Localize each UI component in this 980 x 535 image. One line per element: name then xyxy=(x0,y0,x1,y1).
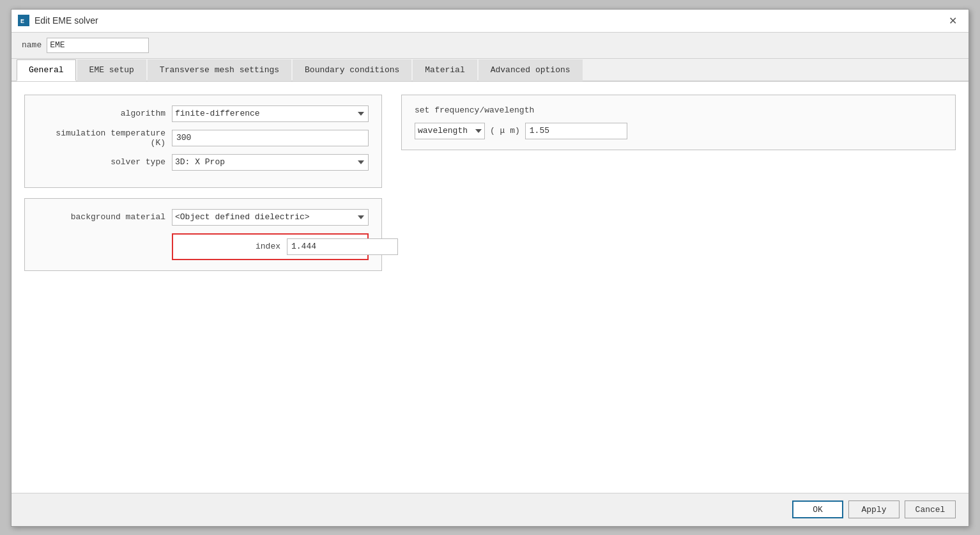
main-content: algorithm finite-difference semi-vectori… xyxy=(11,82,969,493)
name-row: name xyxy=(11,33,969,59)
app-icon: E xyxy=(18,15,29,26)
tabs-bar: General EME setup Transverse mesh settin… xyxy=(11,59,969,82)
apply-button[interactable]: Apply xyxy=(848,500,900,518)
background-row: background material <Object defined diel… xyxy=(38,209,369,226)
frequency-title: set frequency/wavelength xyxy=(415,105,942,115)
solver-settings-section: algorithm finite-difference semi-vectori… xyxy=(24,95,382,188)
main-window: E Edit EME solver ✕ name General EME set… xyxy=(11,9,969,527)
tab-general[interactable]: General xyxy=(17,59,76,81)
tab-boundary-conditions[interactable]: Boundary conditions xyxy=(293,59,411,81)
left-panel: algorithm finite-difference semi-vectori… xyxy=(24,95,382,480)
frequency-unit: ( μ m) xyxy=(490,126,520,136)
index-input[interactable] xyxy=(287,238,398,255)
temp-row: simulation temperature (K) xyxy=(38,128,369,148)
index-label: index xyxy=(178,242,287,251)
background-label: background material xyxy=(38,212,172,222)
name-input[interactable] xyxy=(47,38,149,53)
frequency-row: wavelength frequency ( μ m) xyxy=(415,123,942,139)
tab-transverse-mesh[interactable]: Transverse mesh settings xyxy=(148,59,291,81)
window-title: Edit EME solver xyxy=(34,15,98,26)
frequency-value-input[interactable] xyxy=(525,123,627,139)
solver-type-row: solver type 3D: X Prop 2D: X Prop xyxy=(38,154,369,171)
tab-advanced-options[interactable]: Advanced options xyxy=(479,59,583,81)
background-section: background material <Object defined diel… xyxy=(24,198,382,271)
title-bar-left: E Edit EME solver xyxy=(18,15,98,26)
solver-type-select[interactable]: 3D: X Prop 2D: X Prop xyxy=(172,154,369,171)
algorithm-select[interactable]: finite-difference semi-vectorial xyxy=(172,105,369,122)
close-button[interactable]: ✕ xyxy=(943,11,962,30)
algorithm-label: algorithm xyxy=(38,109,172,118)
cancel-button[interactable]: Cancel xyxy=(905,500,956,518)
temp-input[interactable] xyxy=(172,130,369,146)
svg-text:E: E xyxy=(20,18,24,24)
index-row: index xyxy=(172,233,369,260)
bottom-bar: OK Apply Cancel xyxy=(11,493,969,526)
temp-label: simulation temperature (K) xyxy=(38,128,172,148)
name-label: name xyxy=(22,40,42,50)
background-select[interactable]: <Object defined dielectric> air SiO2 xyxy=(172,209,369,226)
ok-button[interactable]: OK xyxy=(792,500,843,518)
solver-type-label: solver type xyxy=(38,157,172,167)
tab-material[interactable]: Material xyxy=(413,59,477,81)
frequency-section: set frequency/wavelength wavelength freq… xyxy=(401,95,956,150)
frequency-select[interactable]: wavelength frequency xyxy=(415,123,485,139)
index-container: index xyxy=(172,233,369,260)
algorithm-row: algorithm finite-difference semi-vectori… xyxy=(38,105,369,122)
title-bar: E Edit EME solver ✕ xyxy=(11,10,969,33)
right-panel: set frequency/wavelength wavelength freq… xyxy=(401,95,956,480)
tab-eme-setup[interactable]: EME setup xyxy=(77,59,146,81)
